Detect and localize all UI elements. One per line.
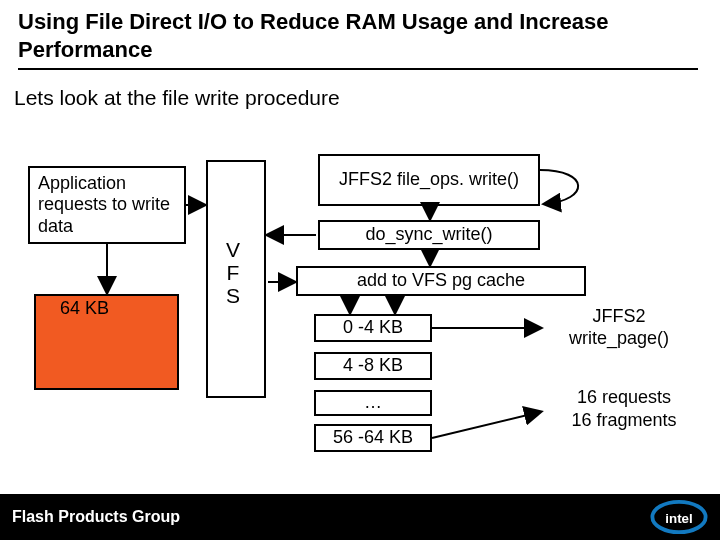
footer-text: Flash Products Group (12, 508, 180, 526)
vfs-label: V F S (226, 238, 240, 307)
segment-ellipsis: … (314, 390, 432, 416)
buffer-label: 64 KB (60, 298, 109, 319)
do-sync-write-box: do_sync_write() (318, 220, 540, 250)
intel-logo-icon: intel (650, 498, 708, 536)
vfs-v: V (226, 238, 240, 261)
vfs-cache-box: add to VFS pg cache (296, 266, 586, 296)
svg-line-9 (432, 412, 540, 438)
slide: Using File Direct I/O to Reduce RAM Usag… (0, 0, 720, 540)
segment-0: 0 -4 KB (314, 314, 432, 342)
jffs-write-page-box: JFFS2 write_page() (544, 304, 694, 352)
vfs-f: F (226, 261, 240, 284)
segment-1: 4 -8 KB (314, 352, 432, 380)
slide-subtitle: Lets look at the file write procedure (14, 86, 340, 110)
svg-text:intel: intel (665, 511, 692, 526)
footer-bar: Flash Products Group (0, 494, 720, 540)
fragments-line-2: 16 fragments (544, 409, 704, 432)
fragments-line-1: 16 requests (544, 386, 704, 409)
title-underline (18, 68, 698, 70)
slide-title: Using File Direct I/O to Reduce RAM Usag… (18, 8, 698, 63)
application-box: Application requests to write data (28, 166, 186, 244)
fragments-label: 16 requests 16 fragments (544, 386, 704, 433)
vfs-s: S (226, 284, 240, 307)
segment-3: 56 -64 KB (314, 424, 432, 452)
jffs-fileops-box: JFFS2 file_ops. write() (318, 154, 540, 206)
